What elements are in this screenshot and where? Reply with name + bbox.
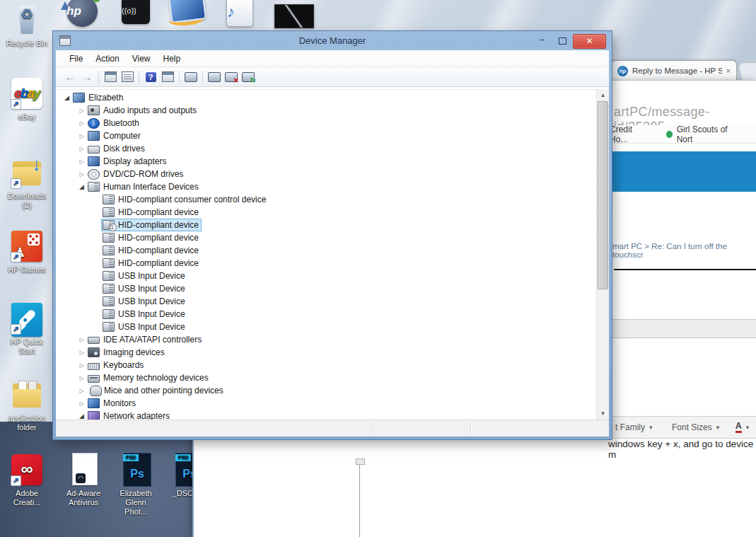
- scroll-up-icon[interactable]: ▲: [597, 90, 609, 100]
- compose-text[interactable]: windows key + x, and go to device m: [608, 439, 756, 460]
- tree-item-body[interactable]: DVD/CD-ROM drives: [86, 168, 186, 180]
- expand-icon[interactable]: ▷: [77, 388, 86, 394]
- tree-item[interactable]: HID-compliant device: [56, 244, 597, 257]
- desktop-icon-hpquick[interactable]: ↗HP Quick Start: [4, 301, 50, 356]
- expand-icon[interactable]: ▷: [77, 133, 86, 139]
- expand-icon[interactable]: ▷: [77, 171, 86, 178]
- tree-item[interactable]: ↓HID-compliant device: [56, 219, 597, 231]
- tree-item[interactable]: USB Input Device: [56, 282, 597, 295]
- tree-item-body[interactable]: USB Input Device: [101, 321, 188, 333]
- font-family-dropdown[interactable]: t Family ▾: [615, 417, 653, 438]
- font-sizes-dropdown[interactable]: Font Sizes ▾: [672, 417, 719, 438]
- tree-item[interactable]: ▷Keyboards: [56, 359, 597, 371]
- scan-hardware-changes-icon[interactable]: ↻: [240, 69, 257, 85]
- menu-view[interactable]: View: [126, 54, 157, 64]
- tree-item[interactable]: ▷Imaging devices: [56, 346, 597, 359]
- tree-item-body[interactable]: Human Interface Devices: [86, 180, 202, 193]
- maximize-button[interactable]: [552, 34, 573, 47]
- tree-item[interactable]: ▷DVD/CD-ROM drives: [56, 168, 597, 180]
- tree-item[interactable]: ◢Elizabeth: [56, 91, 597, 104]
- collapse-icon[interactable]: ◢: [77, 183, 86, 190]
- tree-item[interactable]: ◢Network adapters: [56, 410, 597, 420]
- update-driver-icon[interactable]: ↑: [206, 69, 223, 85]
- tree-item[interactable]: ▷Display adapters: [56, 155, 597, 168]
- desktop-icon-hp-logo[interactable]: hp: [65, 0, 98, 31]
- tree-item-body[interactable]: Display adapters: [86, 155, 169, 168]
- tree-item-body[interactable]: Imaging devices: [86, 346, 168, 359]
- tree-item-body[interactable]: Keyboards: [86, 359, 146, 371]
- tree-item[interactable]: USB Input Device: [56, 321, 597, 333]
- menu-action[interactable]: Action: [89, 54, 125, 64]
- tree-item-body[interactable]: IDE ATA/ATAPI controllers: [86, 333, 204, 346]
- text-color-button[interactable]: A ▾: [735, 417, 749, 438]
- tree-item[interactable]: USB Input Device: [56, 295, 597, 308]
- tree-item-body[interactable]: HID-compliant device: [101, 257, 202, 270]
- tree-item-body[interactable]: Elizabeth: [71, 91, 126, 104]
- expand-icon[interactable]: ▷: [77, 108, 86, 114]
- scan-computer-icon[interactable]: [182, 69, 199, 85]
- expand-icon[interactable]: ▷: [77, 158, 86, 165]
- tree-item-body[interactable]: Audio inputs and outputs: [86, 104, 199, 117]
- tree-item[interactable]: ▷Disk drives: [56, 142, 597, 155]
- tree-item-body[interactable]: USB Input Device: [101, 308, 188, 321]
- expand-icon[interactable]: ▷: [77, 146, 86, 152]
- scrollbar-thumb[interactable]: [598, 101, 608, 289]
- desktop-icon-downloads[interactable]: ↓↗Downloads (2): [4, 156, 50, 210]
- tab-close-icon[interactable]: ×: [726, 67, 731, 75]
- tree-item-body[interactable]: HID-compliant device: [101, 206, 202, 219]
- properties-icon[interactable]: [119, 69, 136, 85]
- tree-item-body[interactable]: ↓HID-compliant device: [101, 219, 202, 231]
- tree-item-body[interactable]: HID-compliant device: [101, 244, 202, 257]
- collapse-icon[interactable]: ◢: [77, 412, 86, 420]
- tree-item-body[interactable]: Computer: [86, 129, 144, 142]
- tree-item[interactable]: ▷Monitors: [56, 397, 597, 410]
- tree-item-body[interactable]: Monitors: [86, 397, 139, 410]
- scroll-down-icon[interactable]: ▼: [597, 408, 609, 419]
- tree-item[interactable]: ▷IDE ATA/ATAPI controllers: [56, 333, 597, 346]
- console-tree-icon[interactable]: [102, 69, 119, 85]
- expand-icon[interactable]: ▷: [77, 400, 86, 407]
- expand-icon[interactable]: ▷: [77, 350, 86, 356]
- tree-item[interactable]: HID-compliant consumer control device: [56, 193, 597, 206]
- back-arrow[interactable]: ←: [62, 69, 78, 85]
- desktop-icon-adobe[interactable]: ∞↗Adobe Creati...: [4, 453, 50, 507]
- tree-item[interactable]: USB Input Device: [56, 308, 597, 321]
- tree-item-body[interactable]: HID-compliant device: [101, 231, 202, 244]
- tree-item[interactable]: ▷Computer: [56, 129, 597, 142]
- tree-item-body[interactable]: Mice and other pointing devices: [86, 384, 226, 397]
- bookmark-item[interactable]: Girl Scouts of Nort: [666, 125, 738, 144]
- desktop-icon-pc-setup[interactable]: [167, 0, 207, 27]
- tree-item[interactable]: HID-compliant device: [56, 206, 597, 219]
- tree-item-body[interactable]: USB Input Device: [101, 282, 188, 295]
- tree-item-body[interactable]: Memory technology devices: [86, 371, 211, 384]
- tree-item-body[interactable]: Network adapters: [86, 410, 173, 420]
- expand-icon[interactable]: ▷: [77, 362, 86, 369]
- close-button[interactable]: ✕: [573, 34, 606, 49]
- expand-icon[interactable]: ▷: [77, 337, 86, 343]
- tree-item[interactable]: ◢Human Interface Devices: [56, 180, 597, 193]
- desktop-icon-music[interactable]: ♪: [226, 0, 253, 27]
- breadcrumb[interactable]: mart PC > Re: Can I turn off the touchsc…: [612, 242, 756, 259]
- help-icon[interactable]: ?: [142, 69, 159, 85]
- desktop-icon-audio-app[interactable]: ((o)): [122, 0, 150, 24]
- desktop-icon-appfolder[interactable]: application folder: [4, 378, 50, 432]
- tree-item[interactable]: ▷Audio inputs and outputs: [56, 104, 597, 117]
- desktop-icon-hpgames[interactable]: ♟↗HP Games: [4, 229, 50, 275]
- desktop-icon-widescreen[interactable]: [274, 4, 314, 28]
- desktop-icon-adaware[interactable]: ◠Ad-Aware Antivirus: [61, 453, 106, 507]
- browser-tab-stub[interactable]: [738, 62, 756, 81]
- tree-item-body[interactable]: Disk drives: [86, 142, 148, 155]
- desktop-icon-recycle[interactable]: ♻Recycle Bin: [4, 3, 50, 48]
- minimize-button[interactable]: –: [532, 34, 552, 47]
- tree-item[interactable]: ▷Memory technology devices: [56, 371, 597, 384]
- forward-arrow[interactable]: →: [78, 69, 95, 85]
- uninstall-device-icon[interactable]: ✕: [223, 69, 240, 85]
- desktop-icon-elizabeth[interactable]: PsPSDElizabeth Glenn Phot...: [113, 453, 158, 516]
- expand-icon[interactable]: ▷: [77, 120, 86, 127]
- menu-file[interactable]: File: [63, 54, 89, 64]
- tree-item-body[interactable]: USB Input Device: [101, 295, 188, 308]
- pane-divider-handle[interactable]: [356, 458, 365, 465]
- browser-tab[interactable]: hp Reply to Message - HP Su ×: [611, 60, 737, 81]
- tree-item[interactable]: USB Input Device: [56, 270, 597, 282]
- list-view-icon[interactable]: [159, 69, 176, 85]
